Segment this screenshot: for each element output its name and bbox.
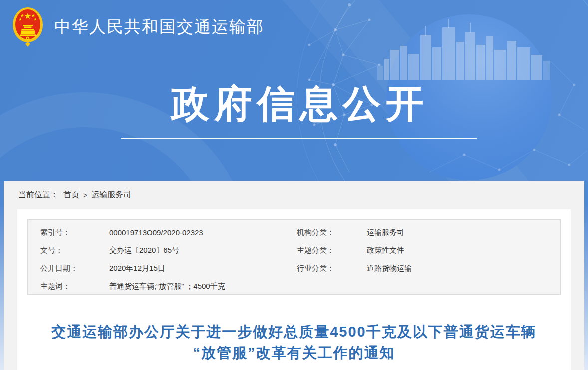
banner-title: 政府信息公开	[171, 79, 429, 130]
breadcrumb-separator-icon: >	[83, 191, 87, 199]
content-card: 索引号： 000019713O09/2020-02323 机构分类： 运输服务司…	[17, 209, 571, 370]
site-name[interactable]: 中华人民共和国交通运输部	[54, 16, 264, 38]
breadcrumb-link-home[interactable]: 首页	[63, 190, 79, 200]
meta-label-keywords: 主题词：	[40, 282, 109, 291]
content-background: 当前位置： 首页 > 运输服务司 索引号： 000019713O09/2020-…	[4, 181, 584, 370]
meta-label-date: 公开日期：	[40, 264, 109, 273]
national-emblem-icon	[12, 7, 43, 47]
meta-label-index: 索引号：	[40, 228, 109, 237]
banner-title-block: 政府信息公开	[0, 79, 588, 139]
meta-value-date: 2020年12月15日	[109, 264, 297, 273]
page-root: 中华人民共和国交通运输部 政府信息公开 当前位置： 首页 > 运输服务司 索引号…	[0, 0, 588, 370]
breadcrumb-label: 当前位置：	[18, 190, 58, 200]
meta-label-org: 机构分类：	[297, 228, 367, 237]
meta-value-docnum: 交办运〔2020〕65号	[109, 246, 297, 255]
meta-value-keywords: 普通货运车辆;“放管服” ；4500千克	[109, 282, 297, 291]
site-banner: 中华人民共和国交通运输部 政府信息公开	[0, 0, 588, 181]
banner-underline	[121, 138, 477, 139]
meta-value-org: 运输服务司	[367, 228, 555, 237]
meta-label-industry: 行业分类：	[297, 264, 367, 273]
skyline-silhouette	[384, 19, 542, 80]
meta-label-topic: 主题分类：	[297, 246, 367, 255]
breadcrumb: 当前位置： 首页 > 运输服务司	[4, 181, 584, 209]
site-brand[interactable]: 中华人民共和国交通运输部	[12, 7, 264, 47]
meta-value-industry: 道路货物运输	[367, 264, 555, 273]
meta-value-topic: 政策性文件	[367, 246, 555, 255]
meta-label-docnum: 文号：	[40, 246, 109, 255]
breadcrumb-link-department[interactable]: 运输服务司	[91, 190, 131, 200]
article-title: 交通运输部办公厅关于进一步做好总质量4500千克及以下普通货运车辆“放管服”改革…	[44, 321, 544, 363]
meta-table: 索引号： 000019713O09/2020-02323 机构分类： 运输服务司…	[27, 219, 561, 295]
meta-value-index: 000019713O09/2020-02323	[109, 228, 297, 237]
